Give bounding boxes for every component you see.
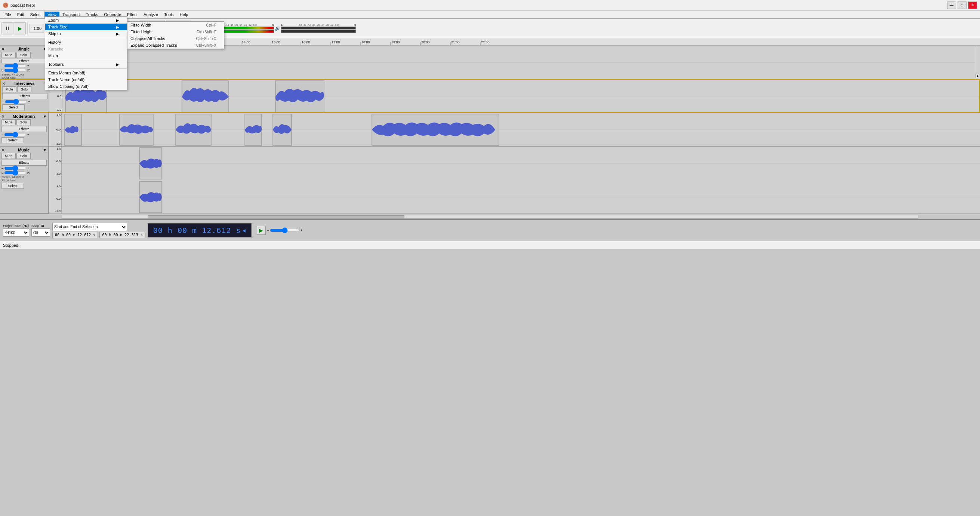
track-moderation-mute[interactable]: Mute — [2, 119, 16, 125]
selection-times: 00 h 00 m 12.612 s 00 h 00 m 22.313 s — [52, 232, 145, 238]
view-menu-karaoke: Karaoke — [45, 46, 127, 53]
track-interviews-select[interactable]: Select — [2, 104, 25, 110]
hscrollbar[interactable] — [0, 214, 980, 219]
track-music-yaxis: 1.0 0.0 -1.0 1.0 0.0 -1.0 — [49, 147, 62, 213]
view-sep1 — [45, 38, 127, 38]
track-jingle-expand-btn[interactable]: ▲ — [975, 74, 980, 78]
selection-start-time[interactable]: 00 h 00 m 12.612 s — [52, 232, 98, 238]
view-menu-show-clipping[interactable]: Show Clipping (on/off) — [45, 83, 127, 90]
track-moderation-arrow[interactable]: ▼ — [43, 115, 47, 118]
track-interviews-controls: ✕ Interviews ▼ Mute Solo Effects – + Sel… — [1, 80, 49, 112]
track-music-mute-solo: Mute Solo — [2, 153, 47, 159]
maximize-button[interactable]: □ — [958, 2, 967, 9]
track-moderation-close[interactable]: ✕ — [2, 115, 5, 118]
track-music-arrow[interactable]: ▼ — [43, 148, 47, 152]
view-menu-history[interactable]: History — [45, 39, 127, 46]
track-interviews-right: 1.0 0.0 -1.0 — [49, 80, 979, 112]
svg-text:15:00: 15:00 — [272, 40, 280, 44]
track-music-header: ✕ Music ▼ — [2, 148, 47, 152]
track-moderation-wave[interactable] — [62, 113, 980, 146]
project-rate-select[interactable]: 44100 48000 — [3, 228, 29, 237]
output-vu-meter: L-54 -48 -42 -36 -30 -24 -18 -12 -6 0R — [281, 24, 356, 33]
play-btn-bottom[interactable]: ▶ — [257, 226, 266, 235]
track-jingle-wave[interactable] — [62, 46, 975, 79]
close-button[interactable]: ✕ — [968, 2, 977, 9]
pause-button[interactable]: ⏸ — [2, 22, 13, 34]
track-moderation-right: 1.0 0.0 -1.0 — [49, 113, 980, 146]
snap-to-select[interactable]: Off On — [32, 228, 50, 237]
app-title: podcast hiebl — [11, 3, 35, 8]
track-size-expand-collapsed[interactable]: Expand Collapsed Tracks Ctrl+Shift+X — [127, 42, 224, 49]
svg-text:16:00: 16:00 — [302, 40, 310, 44]
track-music-info: Stereo, 44100Hz32-bit float — [2, 175, 47, 182]
track-jingle: ✕ Jingle ▼ Mute Solo Effects – + L R Ste… — [0, 46, 980, 79]
view-menu-track-name[interactable]: Track Name (on/off) — [45, 76, 127, 83]
view-menu-extra-menus[interactable]: Extra Menus (on/off) — [45, 70, 127, 76]
transport-group: ⏸ ▶ — [2, 22, 28, 34]
play-button[interactable]: ▶ — [14, 22, 26, 34]
track-jingle-mute[interactable]: Mute — [2, 52, 16, 58]
track-jingle-name: Jingle — [18, 47, 30, 51]
track-moderation-effects[interactable]: Effects — [2, 126, 47, 132]
track-moderation-select[interactable]: Select — [2, 137, 24, 143]
menu-help[interactable]: Help — [177, 11, 191, 18]
track-jingle-solo[interactable]: Solo — [16, 52, 31, 58]
svg-text:21:00: 21:00 — [451, 40, 460, 44]
track-interviews-waveform-svg — [62, 80, 979, 112]
view-menu-toolbars[interactable]: Toolbars ▶ — [45, 61, 127, 68]
minimize-button[interactable]: — — [947, 2, 956, 9]
track-music-mute[interactable]: Mute — [2, 153, 16, 159]
track-interviews-gain-slider[interactable] — [5, 100, 27, 104]
track-interviews-effects[interactable]: Effects — [2, 93, 48, 99]
project-rate-group: Project Rate (Hz) 44100 48000 — [3, 224, 29, 237]
track-moderation-solo[interactable]: Solo — [16, 119, 31, 125]
track-interviews-close[interactable]: ✕ — [2, 81, 5, 86]
track-music-effects[interactable]: Effects — [2, 160, 47, 166]
view-menu-skip-to[interactable]: Skip to ▶ — [45, 30, 127, 37]
track-music-wave[interactable] — [62, 147, 980, 213]
track-jingle-info: Stereo, 44100Hz32-bit float — [2, 73, 47, 80]
view-sep2 — [45, 60, 127, 60]
track-music-pan-slider[interactable] — [4, 171, 27, 175]
titlebar-controls: — □ ✕ — [947, 2, 977, 9]
selection-end-time[interactable]: 00 h 00 m 22.313 s — [99, 232, 145, 238]
track-music-solo[interactable]: Solo — [16, 153, 31, 159]
track-moderation-mute-solo: Mute Solo — [2, 119, 47, 125]
svg-text:14:00: 14:00 — [242, 40, 250, 44]
view-menu-track-size[interactable]: Track Size ▶ — [45, 24, 127, 30]
menu-edit[interactable]: Edit — [14, 11, 27, 18]
speed-slider[interactable] — [270, 228, 300, 233]
menu-tools[interactable]: Tools — [161, 11, 177, 18]
bottom-toolbar: Project Rate (Hz) 44100 48000 Snap-To Of… — [0, 219, 980, 241]
selection-type-select[interactable]: Start and End of Selection Start and Len… — [52, 223, 127, 231]
hscroll-thumb[interactable] — [148, 215, 404, 218]
track-size-submenu: Fit to Width Ctrl+F Fit to Height Ctrl+S… — [127, 21, 224, 49]
track-size-fit-width[interactable]: Fit to Width Ctrl+F — [127, 22, 224, 29]
track-jingle-expand: ▲ — [975, 46, 980, 79]
menu-select[interactable]: Select — [27, 11, 45, 18]
svg-text:19:00: 19:00 — [391, 40, 400, 44]
track-jingle-pan-slider[interactable] — [4, 68, 27, 72]
track-moderation: ✕ Moderation ▼ Mute Solo Effects – + Sel… — [0, 113, 980, 147]
track-interviews-solo[interactable]: Solo — [17, 86, 32, 92]
app-icon: 🎵 — [3, 3, 8, 8]
svg-text:17:00: 17:00 — [331, 40, 340, 44]
track-jingle-close[interactable]: ✕ — [2, 47, 5, 51]
track-moderation-yaxis: 1.0 0.0 -1.0 — [49, 113, 62, 146]
track-music-select[interactable]: Select — [2, 183, 24, 189]
pan-r-label: R — [27, 68, 30, 72]
track-music-close[interactable]: ✕ — [2, 148, 5, 152]
track-interviews-wave[interactable] — [62, 80, 979, 112]
track-size-collapse-all[interactable]: Collapse All Tracks Ctrl+Shift+C — [127, 35, 224, 42]
menu-analyze[interactable]: Analyze — [140, 11, 161, 18]
track-size-fit-height[interactable]: Fit to Height Ctrl+Shift+F — [127, 29, 224, 35]
tracks-container[interactable]: ✕ Jingle ▼ Mute Solo Effects – + L R Ste… — [0, 46, 980, 214]
track-interviews-gain: – + — [2, 100, 48, 104]
menubar: File Edit Select View Transport Tracks G… — [0, 11, 980, 19]
track-interviews-mute[interactable]: Mute — [2, 86, 16, 92]
view-menu-zoom[interactable]: Zoom ▶ — [45, 17, 127, 24]
menu-file[interactable]: File — [2, 11, 14, 18]
track-music-name: Music — [18, 148, 30, 152]
view-menu-mixer[interactable]: Mixer — [45, 53, 127, 59]
track-moderation-gain-slider[interactable] — [4, 133, 27, 137]
